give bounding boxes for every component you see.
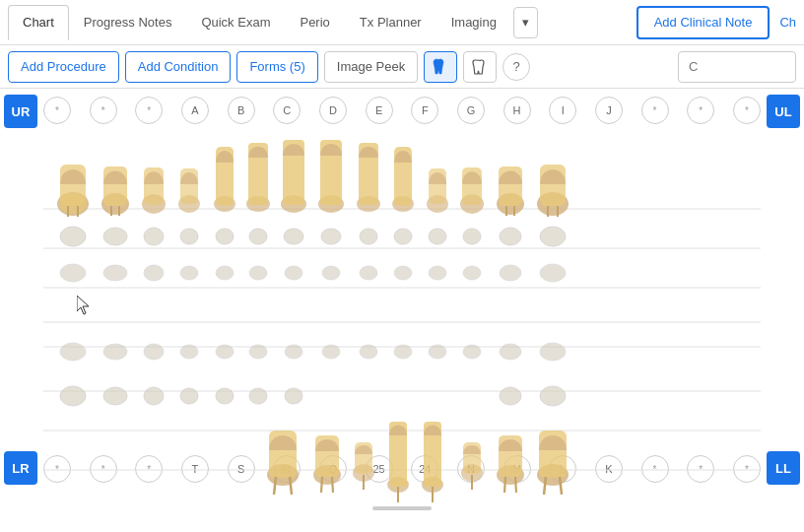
svg-point-87 [540, 386, 566, 406]
svg-point-83 [216, 388, 234, 404]
top-tooth-label[interactable]: B [228, 97, 255, 124]
lower-premolar-right-1 [461, 442, 483, 490]
scroll-indicator [372, 506, 432, 510]
svg-point-38 [103, 228, 127, 245]
toolbar: Add Procedure Add Condition Forms (5) Im… [0, 45, 804, 89]
help-icon: ? [513, 59, 520, 74]
top-tooth-label[interactable]: J [595, 97, 623, 124]
svg-point-41 [216, 229, 234, 244]
upper-incisor-center-right [318, 140, 344, 213]
svg-point-65 [60, 343, 86, 361]
more-tabs-button[interactable]: ▾ [513, 7, 538, 38]
svg-point-60 [394, 266, 412, 280]
corner-lr-label: LR [4, 451, 37, 485]
tab-progress-notes[interactable]: Progress Notes [69, 5, 187, 40]
upper-canine-left [214, 147, 235, 212]
help-button[interactable]: ? [502, 53, 530, 81]
top-tooth-label[interactable]: C [273, 97, 301, 124]
svg-point-58 [322, 266, 340, 280]
tooth-view-button-1[interactable] [424, 51, 457, 83]
chart-area: UR UL LR LL ***ABCDEFGHIJ*** ***TSRQ2524… [0, 89, 804, 512]
svg-point-75 [429, 345, 446, 359]
upper-premolar-left [142, 167, 166, 214]
svg-point-52 [103, 265, 127, 281]
ch-label: Ch [779, 15, 796, 30]
upper-molar-right-2 [537, 165, 569, 217]
image-peek-button[interactable]: Image Peek [324, 51, 418, 83]
add-clinical-note-button[interactable]: Add Clinical Note [636, 6, 770, 39]
top-nav: Chart Progress Notes Quick Exam Perio Tx… [0, 0, 804, 45]
tab-perio[interactable]: Perio [285, 5, 344, 40]
svg-point-79 [60, 386, 86, 406]
tab-tx-planner[interactable]: Tx Planner [345, 5, 436, 40]
svg-point-76 [463, 345, 481, 359]
top-tooth-label[interactable]: H [503, 97, 531, 124]
svg-point-63 [500, 265, 521, 281]
svg-point-67 [144, 344, 164, 360]
svg-point-61 [429, 266, 446, 280]
top-tooth-label[interactable]: A [181, 97, 209, 124]
tooth-view-button-2[interactable] [463, 51, 497, 83]
top-tooth-label[interactable]: * [641, 97, 669, 124]
corner-ur-label: UR [4, 95, 37, 128]
top-tooth-label[interactable]: G [457, 97, 485, 124]
svg-point-71 [285, 345, 302, 359]
svg-point-51 [60, 264, 86, 282]
svg-point-43 [284, 229, 303, 244]
lower-molar-far-left [267, 431, 299, 495]
svg-point-37 [60, 227, 86, 246]
tab-chart[interactable]: Chart [8, 5, 69, 40]
upper-molar-left-2 [101, 166, 129, 216]
upper-occlusal-row [60, 227, 566, 246]
top-tooth-label[interactable]: D [319, 97, 347, 124]
top-tooth-label[interactable]: * [135, 97, 163, 124]
top-tooth-label[interactable]: E [366, 97, 393, 124]
svg-point-80 [103, 387, 127, 405]
lower-central-left [387, 422, 409, 502]
top-tooth-label[interactable]: * [90, 97, 117, 124]
top-tooth-label[interactable]: * [687, 97, 714, 124]
svg-point-82 [180, 388, 198, 404]
svg-point-59 [360, 266, 377, 280]
svg-point-54 [180, 266, 198, 280]
lower-occlusal-row [60, 386, 566, 406]
forms-button[interactable]: Forms (5) [236, 51, 317, 83]
upper-canine-right [392, 147, 414, 212]
svg-point-85 [285, 388, 302, 404]
svg-point-46 [394, 229, 412, 244]
upper-tooth-labels: ***ABCDEFGHIJ*** [43, 97, 761, 124]
svg-point-77 [500, 344, 521, 360]
svg-point-45 [360, 229, 377, 244]
tab-quick-exam[interactable]: Quick Exam [186, 5, 285, 40]
lower-molar-left-1 [313, 435, 341, 493]
add-procedure-button[interactable]: Add Procedure [8, 51, 119, 83]
svg-point-47 [429, 229, 446, 244]
lower-premolar-left-1 [353, 442, 374, 490]
tooth-front-icon [431, 57, 450, 77]
svg-point-86 [500, 387, 521, 405]
upper-premolar-right-2 [460, 167, 484, 214]
upper-incisor-center-left [281, 140, 306, 213]
upper-bottom-row [60, 264, 566, 282]
svg-point-42 [249, 229, 267, 244]
teeth-svg [43, 130, 761, 512]
top-tooth-label[interactable]: * [733, 97, 761, 124]
svg-point-49 [500, 228, 521, 245]
corner-ul-label: UL [767, 95, 800, 128]
top-tooth-label[interactable]: F [411, 97, 438, 124]
svg-point-50 [540, 227, 566, 246]
top-tooth-label[interactable]: * [43, 97, 71, 124]
forms-count: 5 [294, 59, 301, 74]
svg-point-81 [144, 387, 164, 405]
top-tooth-label[interactable]: I [549, 97, 576, 124]
svg-point-40 [180, 229, 198, 244]
dental-chart: UR UL LR LL ***ABCDEFGHIJ*** ***TSRQ2524… [0, 89, 804, 512]
chart-search-input[interactable] [678, 51, 796, 83]
svg-point-78 [540, 343, 566, 361]
add-condition-button[interactable]: Add Condition [125, 51, 232, 83]
tab-imaging[interactable]: Imaging [436, 5, 511, 40]
svg-point-64 [540, 264, 566, 282]
svg-point-57 [285, 266, 302, 280]
svg-point-73 [360, 345, 377, 359]
forms-label: Forms [249, 59, 286, 74]
